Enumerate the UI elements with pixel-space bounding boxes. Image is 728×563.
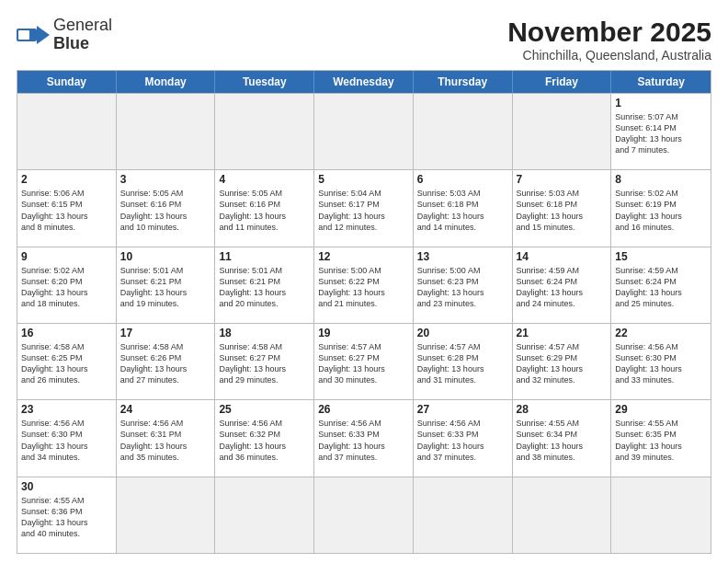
table-row — [414, 94, 513, 169]
day-info: Sunrise: 4:58 AM Sunset: 6:26 PM Dayligh… — [120, 341, 211, 386]
table-row: 26Sunrise: 4:56 AM Sunset: 6:33 PM Dayli… — [314, 400, 414, 476]
day-number: 10 — [120, 250, 211, 263]
table-row: 1Sunrise: 5:07 AM Sunset: 6:14 PM Daylig… — [611, 94, 711, 169]
day-number: 21 — [517, 327, 608, 339]
calendar-week-1: 1Sunrise: 5:07 AM Sunset: 6:14 PM Daylig… — [17, 93, 711, 169]
table-row: 25Sunrise: 4:56 AM Sunset: 6:32 PM Dayli… — [215, 400, 314, 476]
day-info: Sunrise: 5:00 AM Sunset: 6:23 PM Dayligh… — [417, 265, 508, 310]
header-saturday: Saturday — [611, 71, 711, 93]
day-info: Sunrise: 5:06 AM Sunset: 6:15 PM Dayligh… — [21, 188, 112, 233]
table-row: 23Sunrise: 4:56 AM Sunset: 6:30 PM Dayli… — [17, 400, 117, 476]
day-info: Sunrise: 4:57 AM Sunset: 6:27 PM Dayligh… — [318, 341, 409, 386]
location-title: Chinchilla, Queensland, Australia — [507, 48, 711, 63]
table-row: 5Sunrise: 5:04 AM Sunset: 6:17 PM Daylig… — [314, 170, 414, 246]
day-number: 14 — [517, 250, 608, 263]
day-info: Sunrise: 4:56 AM Sunset: 6:33 PM Dayligh… — [417, 418, 508, 463]
day-number: 15 — [615, 250, 707, 263]
day-info: Sunrise: 5:01 AM Sunset: 6:21 PM Dayligh… — [219, 265, 310, 310]
header-monday: Monday — [117, 71, 216, 93]
table-row: 9Sunrise: 5:02 AM Sunset: 6:20 PM Daylig… — [17, 247, 117, 323]
day-info: Sunrise: 5:05 AM Sunset: 6:16 PM Dayligh… — [219, 188, 310, 233]
day-number: 13 — [417, 250, 508, 263]
day-info: Sunrise: 5:07 AM Sunset: 6:14 PM Dayligh… — [615, 111, 707, 156]
day-number: 25 — [219, 403, 310, 416]
table-row: 13Sunrise: 5:00 AM Sunset: 6:23 PM Dayli… — [414, 247, 513, 323]
logo-text: GeneralBlue — [53, 17, 112, 53]
table-row: 16Sunrise: 4:58 AM Sunset: 6:25 PM Dayli… — [17, 324, 117, 399]
table-row: 4Sunrise: 5:05 AM Sunset: 6:16 PM Daylig… — [215, 170, 314, 246]
day-number: 18 — [219, 327, 310, 339]
day-number: 4 — [219, 173, 310, 186]
day-info: Sunrise: 5:04 AM Sunset: 6:17 PM Dayligh… — [318, 188, 409, 233]
header-thursday: Thursday — [414, 71, 513, 93]
day-info: Sunrise: 4:55 AM Sunset: 6:34 PM Dayligh… — [517, 418, 608, 463]
table-row: 18Sunrise: 4:58 AM Sunset: 6:27 PM Dayli… — [215, 324, 314, 399]
calendar-week-4: 16Sunrise: 4:58 AM Sunset: 6:25 PM Dayli… — [17, 323, 711, 399]
day-number: 29 — [615, 403, 707, 416]
day-info: Sunrise: 4:59 AM Sunset: 6:24 PM Dayligh… — [517, 265, 608, 310]
table-row — [314, 477, 414, 553]
day-info: Sunrise: 4:56 AM Sunset: 6:30 PM Dayligh… — [21, 418, 112, 463]
table-row: 19Sunrise: 4:57 AM Sunset: 6:27 PM Dayli… — [314, 324, 414, 399]
table-row — [215, 477, 314, 553]
day-number: 5 — [318, 173, 409, 186]
day-info: Sunrise: 5:00 AM Sunset: 6:22 PM Dayligh… — [318, 265, 409, 310]
svg-marker-1 — [37, 26, 50, 44]
table-row: 15Sunrise: 4:59 AM Sunset: 6:24 PM Dayli… — [611, 247, 711, 323]
table-row: 29Sunrise: 4:55 AM Sunset: 6:35 PM Dayli… — [611, 400, 711, 476]
day-info: Sunrise: 4:56 AM Sunset: 6:32 PM Dayligh… — [219, 418, 310, 463]
day-number: 16 — [21, 327, 112, 339]
day-number: 19 — [318, 327, 409, 339]
day-number: 9 — [21, 250, 112, 263]
table-row: 14Sunrise: 4:59 AM Sunset: 6:24 PM Dayli… — [513, 247, 612, 323]
day-info: Sunrise: 4:55 AM Sunset: 6:35 PM Dayligh… — [615, 418, 707, 463]
calendar-week-3: 9Sunrise: 5:02 AM Sunset: 6:20 PM Daylig… — [17, 247, 711, 323]
table-row: 10Sunrise: 5:01 AM Sunset: 6:21 PM Dayli… — [117, 247, 216, 323]
table-row: 2Sunrise: 5:06 AM Sunset: 6:15 PM Daylig… — [17, 170, 117, 246]
page: GeneralBlue November 2025 Chinchilla, Qu… — [0, 0, 728, 563]
table-row: 28Sunrise: 4:55 AM Sunset: 6:34 PM Dayli… — [513, 400, 612, 476]
day-number: 22 — [615, 327, 707, 339]
day-number: 2 — [21, 173, 112, 186]
day-number: 1 — [615, 97, 707, 109]
day-number: 30 — [21, 480, 112, 493]
table-row — [611, 477, 711, 553]
logo: GeneralBlue — [17, 17, 112, 53]
day-info: Sunrise: 5:05 AM Sunset: 6:16 PM Dayligh… — [120, 188, 211, 233]
calendar-week-6: 30Sunrise: 4:55 AM Sunset: 6:36 PM Dayli… — [17, 477, 711, 553]
day-number: 26 — [318, 403, 409, 416]
day-number: 28 — [517, 403, 608, 416]
calendar-body: 1Sunrise: 5:07 AM Sunset: 6:14 PM Daylig… — [17, 93, 711, 553]
day-info: Sunrise: 4:56 AM Sunset: 6:30 PM Dayligh… — [615, 341, 707, 386]
day-info: Sunrise: 4:57 AM Sunset: 6:29 PM Dayligh… — [517, 341, 608, 386]
day-number: 11 — [219, 250, 310, 263]
header-wednesday: Wednesday — [314, 71, 414, 93]
day-number: 3 — [120, 173, 211, 186]
title-block: November 2025 Chinchilla, Queensland, Au… — [507, 17, 711, 63]
calendar-week-5: 23Sunrise: 4:56 AM Sunset: 6:30 PM Dayli… — [17, 399, 711, 476]
generalblue-logo-icon — [17, 21, 50, 49]
table-row: 22Sunrise: 4:56 AM Sunset: 6:30 PM Dayli… — [611, 324, 711, 399]
table-row — [414, 477, 513, 553]
day-number: 6 — [417, 173, 508, 186]
table-row: 24Sunrise: 4:56 AM Sunset: 6:31 PM Dayli… — [117, 400, 216, 476]
day-number: 23 — [21, 403, 112, 416]
day-info: Sunrise: 5:02 AM Sunset: 6:20 PM Dayligh… — [21, 265, 112, 310]
table-row: 7Sunrise: 5:03 AM Sunset: 6:18 PM Daylig… — [513, 170, 612, 246]
day-info: Sunrise: 5:02 AM Sunset: 6:19 PM Dayligh… — [615, 188, 707, 233]
day-info: Sunrise: 5:03 AM Sunset: 6:18 PM Dayligh… — [517, 188, 608, 233]
header-tuesday: Tuesday — [215, 71, 314, 93]
table-row: 30Sunrise: 4:55 AM Sunset: 6:36 PM Dayli… — [17, 477, 117, 553]
table-row: 11Sunrise: 5:01 AM Sunset: 6:21 PM Dayli… — [215, 247, 314, 323]
day-number: 7 — [517, 173, 608, 186]
day-number: 8 — [615, 173, 707, 186]
day-info: Sunrise: 4:58 AM Sunset: 6:27 PM Dayligh… — [219, 341, 310, 386]
day-info: Sunrise: 5:03 AM Sunset: 6:18 PM Dayligh… — [417, 188, 508, 233]
table-row: 8Sunrise: 5:02 AM Sunset: 6:19 PM Daylig… — [611, 170, 711, 246]
table-row — [17, 94, 117, 169]
day-info: Sunrise: 5:01 AM Sunset: 6:21 PM Dayligh… — [120, 265, 211, 310]
calendar-week-2: 2Sunrise: 5:06 AM Sunset: 6:15 PM Daylig… — [17, 169, 711, 246]
table-row: 12Sunrise: 5:00 AM Sunset: 6:22 PM Dayli… — [314, 247, 414, 323]
header: GeneralBlue November 2025 Chinchilla, Qu… — [17, 17, 711, 63]
day-info: Sunrise: 4:56 AM Sunset: 6:31 PM Dayligh… — [120, 418, 211, 463]
